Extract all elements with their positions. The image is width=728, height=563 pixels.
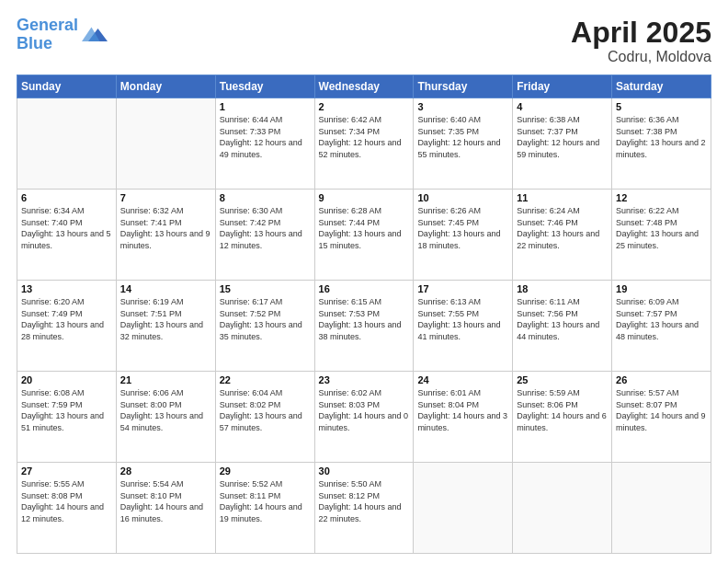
day-number: 12 bbox=[616, 192, 707, 203]
day-info: Sunrise: 6:40 AMSunset: 7:35 PMDaylight:… bbox=[417, 114, 508, 160]
day-number: 19 bbox=[616, 283, 707, 294]
day-info: Sunrise: 6:42 AMSunset: 7:34 PMDaylight:… bbox=[319, 114, 410, 160]
day-number: 27 bbox=[21, 465, 112, 477]
day-info: Sunrise: 6:11 AMSunset: 7:56 PMDaylight:… bbox=[517, 296, 608, 342]
day-info: Sunrise: 6:44 AMSunset: 7:33 PMDaylight:… bbox=[220, 114, 311, 160]
day-info: Sunrise: 6:01 AMSunset: 8:04 PMDaylight:… bbox=[417, 387, 508, 433]
day-info: Sunrise: 6:34 AMSunset: 7:40 PMDaylight:… bbox=[21, 205, 112, 251]
col-header-thursday: Thursday bbox=[414, 75, 513, 98]
calendar-cell: 1Sunrise: 6:44 AMSunset: 7:33 PMDaylight… bbox=[215, 98, 314, 190]
calendar-cell: 6Sunrise: 6:34 AMSunset: 7:40 PMDaylight… bbox=[17, 190, 117, 281]
day-number: 4 bbox=[517, 101, 608, 112]
day-number: 8 bbox=[220, 192, 311, 203]
calendar-cell: 5Sunrise: 6:36 AMSunset: 7:38 PMDaylight… bbox=[612, 98, 711, 190]
day-number: 13 bbox=[21, 283, 112, 294]
day-number: 25 bbox=[517, 374, 608, 385]
page: General Blue April 2025 Codru, Moldova S… bbox=[0, 0, 728, 563]
calendar-cell: 20Sunrise: 6:08 AMSunset: 7:59 PMDayligh… bbox=[17, 372, 117, 463]
logo: General Blue bbox=[17, 17, 108, 53]
day-info: Sunrise: 5:54 AMSunset: 8:10 PMDaylight:… bbox=[120, 478, 211, 524]
calendar-cell: 11Sunrise: 6:24 AMSunset: 7:46 PMDayligh… bbox=[513, 190, 612, 281]
day-info: Sunrise: 6:06 AMSunset: 8:00 PMDaylight:… bbox=[120, 387, 211, 433]
week-row-2: 6Sunrise: 6:34 AMSunset: 7:40 PMDaylight… bbox=[17, 190, 711, 281]
day-number: 6 bbox=[21, 192, 112, 203]
day-info: Sunrise: 5:50 AMSunset: 8:12 PMDaylight:… bbox=[319, 478, 410, 524]
calendar-cell bbox=[513, 463, 612, 554]
day-number: 10 bbox=[417, 192, 508, 203]
day-number: 9 bbox=[319, 192, 410, 203]
logo-icon bbox=[82, 22, 108, 48]
calendar-cell: 8Sunrise: 6:30 AMSunset: 7:42 PMDaylight… bbox=[215, 190, 314, 281]
day-number: 28 bbox=[120, 465, 211, 477]
calendar-cell: 4Sunrise: 6:38 AMSunset: 7:37 PMDaylight… bbox=[513, 98, 612, 190]
day-info: Sunrise: 6:36 AMSunset: 7:38 PMDaylight:… bbox=[616, 114, 707, 160]
calendar-cell: 16Sunrise: 6:15 AMSunset: 7:53 PMDayligh… bbox=[314, 281, 414, 372]
calendar-table: SundayMondayTuesdayWednesdayThursdayFrid… bbox=[17, 75, 711, 554]
location-title: Codru, Moldova bbox=[571, 49, 711, 65]
day-number: 2 bbox=[319, 101, 410, 112]
day-info: Sunrise: 6:28 AMSunset: 7:44 PMDaylight:… bbox=[319, 205, 410, 251]
day-number: 24 bbox=[417, 374, 508, 385]
day-info: Sunrise: 6:04 AMSunset: 8:02 PMDaylight:… bbox=[220, 387, 311, 433]
day-number: 15 bbox=[220, 283, 311, 294]
day-info: Sunrise: 5:57 AMSunset: 8:07 PMDaylight:… bbox=[616, 387, 707, 433]
calendar-cell: 3Sunrise: 6:40 AMSunset: 7:35 PMDaylight… bbox=[414, 98, 513, 190]
calendar-cell: 23Sunrise: 6:02 AMSunset: 8:03 PMDayligh… bbox=[314, 372, 414, 463]
calendar-cell bbox=[17, 98, 117, 190]
calendar-cell bbox=[612, 463, 711, 554]
header: General Blue April 2025 Codru, Moldova bbox=[17, 17, 711, 65]
calendar-cell: 15Sunrise: 6:17 AMSunset: 7:52 PMDayligh… bbox=[215, 281, 314, 372]
day-info: Sunrise: 6:32 AMSunset: 7:41 PMDaylight:… bbox=[120, 205, 211, 251]
calendar-cell: 2Sunrise: 6:42 AMSunset: 7:34 PMDaylight… bbox=[314, 98, 414, 190]
day-info: Sunrise: 6:13 AMSunset: 7:55 PMDaylight:… bbox=[417, 296, 508, 342]
col-header-sunday: Sunday bbox=[17, 75, 117, 98]
calendar-cell: 17Sunrise: 6:13 AMSunset: 7:55 PMDayligh… bbox=[414, 281, 513, 372]
day-info: Sunrise: 5:59 AMSunset: 8:06 PMDaylight:… bbox=[517, 387, 608, 433]
calendar-cell bbox=[116, 98, 215, 190]
day-number: 5 bbox=[616, 101, 707, 112]
day-info: Sunrise: 6:20 AMSunset: 7:49 PMDaylight:… bbox=[21, 296, 112, 342]
day-number: 23 bbox=[319, 374, 410, 385]
day-number: 30 bbox=[319, 465, 410, 477]
day-info: Sunrise: 6:30 AMSunset: 7:42 PMDaylight:… bbox=[220, 205, 311, 251]
calendar-cell: 27Sunrise: 5:55 AMSunset: 8:08 PMDayligh… bbox=[17, 463, 117, 554]
calendar-cell: 7Sunrise: 6:32 AMSunset: 7:41 PMDaylight… bbox=[116, 190, 215, 281]
day-number: 3 bbox=[417, 101, 508, 112]
day-number: 18 bbox=[517, 283, 608, 294]
day-info: Sunrise: 6:26 AMSunset: 7:45 PMDaylight:… bbox=[417, 205, 508, 251]
month-title: April 2025 bbox=[571, 17, 711, 49]
logo-blue: Blue bbox=[17, 34, 52, 52]
week-row-4: 20Sunrise: 6:08 AMSunset: 7:59 PMDayligh… bbox=[17, 372, 711, 463]
day-info: Sunrise: 6:09 AMSunset: 7:57 PMDaylight:… bbox=[616, 296, 707, 342]
calendar-cell: 10Sunrise: 6:26 AMSunset: 7:45 PMDayligh… bbox=[414, 190, 513, 281]
calendar-cell: 9Sunrise: 6:28 AMSunset: 7:44 PMDaylight… bbox=[314, 190, 414, 281]
day-info: Sunrise: 5:55 AMSunset: 8:08 PMDaylight:… bbox=[21, 478, 112, 524]
day-number: 11 bbox=[517, 192, 608, 203]
day-info: Sunrise: 6:24 AMSunset: 7:46 PMDaylight:… bbox=[517, 205, 608, 251]
col-header-monday: Monday bbox=[116, 75, 215, 98]
calendar-cell: 18Sunrise: 6:11 AMSunset: 7:56 PMDayligh… bbox=[513, 281, 612, 372]
day-info: Sunrise: 6:22 AMSunset: 7:48 PMDaylight:… bbox=[616, 205, 707, 251]
day-info: Sunrise: 6:17 AMSunset: 7:52 PMDaylight:… bbox=[220, 296, 311, 342]
day-number: 29 bbox=[220, 465, 311, 477]
calendar-cell: 21Sunrise: 6:06 AMSunset: 8:00 PMDayligh… bbox=[116, 372, 215, 463]
day-number: 22 bbox=[220, 374, 311, 385]
week-row-3: 13Sunrise: 6:20 AMSunset: 7:49 PMDayligh… bbox=[17, 281, 711, 372]
calendar-cell: 26Sunrise: 5:57 AMSunset: 8:07 PMDayligh… bbox=[612, 372, 711, 463]
day-number: 20 bbox=[21, 374, 112, 385]
day-number: 26 bbox=[616, 374, 707, 385]
week-row-1: 1Sunrise: 6:44 AMSunset: 7:33 PMDaylight… bbox=[17, 98, 711, 190]
calendar-cell: 12Sunrise: 6:22 AMSunset: 7:48 PMDayligh… bbox=[612, 190, 711, 281]
week-row-5: 27Sunrise: 5:55 AMSunset: 8:08 PMDayligh… bbox=[17, 463, 711, 554]
day-info: Sunrise: 6:08 AMSunset: 7:59 PMDaylight:… bbox=[21, 387, 112, 433]
calendar-cell: 30Sunrise: 5:50 AMSunset: 8:12 PMDayligh… bbox=[314, 463, 414, 554]
logo-text: General Blue bbox=[17, 17, 78, 53]
day-number: 21 bbox=[120, 374, 211, 385]
day-info: Sunrise: 6:02 AMSunset: 8:03 PMDaylight:… bbox=[319, 387, 410, 433]
day-info: Sunrise: 5:52 AMSunset: 8:11 PMDaylight:… bbox=[220, 478, 311, 524]
logo-general: General bbox=[17, 16, 78, 34]
day-info: Sunrise: 6:19 AMSunset: 7:51 PMDaylight:… bbox=[120, 296, 211, 342]
calendar-cell: 14Sunrise: 6:19 AMSunset: 7:51 PMDayligh… bbox=[116, 281, 215, 372]
col-header-tuesday: Tuesday bbox=[215, 75, 314, 98]
day-number: 16 bbox=[319, 283, 410, 294]
